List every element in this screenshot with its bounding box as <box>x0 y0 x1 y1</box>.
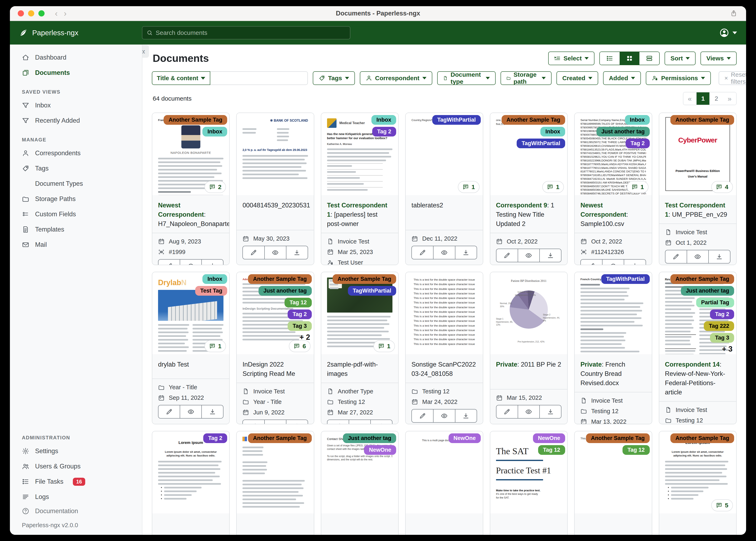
tag-pill[interactable]: Tag 2 <box>372 127 396 137</box>
tag-pill[interactable]: Tag 2 <box>203 433 227 443</box>
tag-pill[interactable]: Another Sample Tag <box>333 274 396 284</box>
document-correspondent[interactable]: Correspondent 14 <box>665 361 720 368</box>
tag-pill[interactable]: NewOne <box>533 433 565 443</box>
document-thumbnail[interactable]: Francja pod rNAPOLEON BONAPARTEAnother S… <box>152 113 229 195</box>
tag-pill[interactable]: Another Sample Tag <box>670 274 734 284</box>
view-document-button[interactable] <box>434 246 455 259</box>
tag-pill[interactable]: Another Sample Tag <box>586 433 650 443</box>
document-card[interactable]: Contact Sheet DemoGiven a set of image f… <box>321 431 399 535</box>
download-document-button[interactable] <box>202 260 223 265</box>
sidebar-item-users-groups[interactable]: Users & Groups <box>10 459 142 474</box>
view-document-button[interactable] <box>434 409 455 422</box>
document-thumbnail[interactable]: CyberPowerPowerPanel® Business EditionUs… <box>659 113 736 195</box>
view-document-button[interactable] <box>518 249 540 262</box>
document-title[interactable]: Correspondent 9: 1 Testing New Title Upd… <box>496 201 561 229</box>
tag-pill[interactable]: Inbox <box>371 115 396 125</box>
document-thumbnail[interactable]: Country,Region/State,"TagWithPartial1 <box>406 113 483 195</box>
document-correspondent[interactable]: Test Correspondent 1 <box>327 202 387 218</box>
sidebar-item-document-types[interactable]: Document Types <box>10 176 142 191</box>
view-document-button[interactable] <box>687 250 709 263</box>
comment-count-badge[interactable]: 1 <box>204 340 226 352</box>
comment-count-badge[interactable]: 1 <box>373 340 395 352</box>
edit-document-button[interactable] <box>243 246 265 259</box>
download-document-button[interactable] <box>371 420 392 424</box>
document-correspondent[interactable]: Private <box>496 361 517 368</box>
document-thumbnail[interactable]: Serial Number,Company Name,Employe978818… <box>575 113 652 195</box>
document-title[interactable]: 2sample-pdf-with-images <box>327 360 392 378</box>
sidebar-item-recently-added[interactable]: Recently Added <box>10 113 142 128</box>
document-title[interactable]: Private: 2011 BP Pie 2 <box>496 360 561 369</box>
tag-pill[interactable]: Tag 12 <box>623 445 650 455</box>
edit-document-button[interactable] <box>412 409 434 422</box>
sidebar-item-documentation[interactable]: Documentation <box>10 504 142 518</box>
tag-pill[interactable]: Another Sample Tag <box>670 115 734 125</box>
tag-pill[interactable]: Test Tag <box>195 286 227 296</box>
document-card[interactable]: Country,Region/State,"TagWithPartial1tab… <box>405 113 483 265</box>
document-card[interactable]: This is a test for the double space char… <box>405 272 483 424</box>
sidebar-item-logs[interactable]: Logs <box>10 489 142 504</box>
app-brand[interactable]: Paperless-ngx <box>19 28 142 37</box>
tag-pill[interactable]: Just another tag <box>259 286 312 296</box>
tag-pill[interactable]: NewOne <box>364 445 396 455</box>
document-thumbnail[interactable]: This is a test for the double space char… <box>406 272 483 354</box>
document-card[interactable]: Lorem ipsumLorem ipsum dolor sit amet, c… <box>659 431 737 535</box>
tag-pill[interactable]: Another Sample Tag <box>502 115 565 125</box>
document-title[interactable]: 0004814539_20230531 <box>242 201 308 210</box>
document-thumbnail[interactable]: Test NameAnother Sample Tag <box>237 431 314 513</box>
view-document-button[interactable] <box>602 260 624 265</box>
comment-count-badge[interactable]: 1 <box>542 181 564 193</box>
tag-pill[interactable]: Just another tag <box>597 127 650 137</box>
tag-pill[interactable]: Tag 3 <box>710 333 734 343</box>
tag-pill[interactable]: Inbox <box>540 127 565 137</box>
document-correspondent[interactable]: Correspondent 9 <box>496 202 547 209</box>
comment-count-badge[interactable]: 6 <box>289 340 311 352</box>
tag-pill[interactable]: Just another tag <box>343 433 396 443</box>
download-document-button[interactable] <box>286 420 308 424</box>
document-thumbnail[interactable]: Lorem ipsumLorem ipsum dolor sit amet, c… <box>659 431 736 513</box>
pagination-page-1[interactable]: 1 <box>697 92 710 105</box>
select-button[interactable]: Select <box>548 52 594 65</box>
document-card[interactable]: DrylabNInboxTest Tag1drylab TestYear - T… <box>152 272 230 424</box>
document-title[interactable]: InDesign 2022 Scripting Read Me <box>242 360 308 378</box>
tag-pill[interactable]: Inbox <box>625 115 650 125</box>
user-menu[interactable] <box>719 28 737 38</box>
sidebar-item-custom-fields[interactable]: Custom Fields <box>10 207 142 222</box>
document-card[interactable]: The SATPractice Test #1Make time to take… <box>490 431 568 535</box>
pagination-prev-button[interactable]: « <box>683 92 697 105</box>
tag-pill[interactable]: Tag 2 <box>288 309 312 319</box>
document-thumbnail[interactable]: Patient BP Distribution 2011Isolated Sys… <box>490 272 567 354</box>
tag-pill[interactable]: TagWithPartial <box>517 139 565 148</box>
document-thumbnail[interactable]: This is a multi page document. Page 1.Ne… <box>406 431 483 513</box>
tag-pill[interactable]: NewOne <box>449 433 481 443</box>
global-search[interactable] <box>142 26 350 39</box>
document-thumbnail[interactable]: French Country BreadTagWithPartial <box>575 272 652 354</box>
document-card[interactable]: CyberPowerPowerPanel® Business EditionUs… <box>659 113 737 265</box>
download-document-button[interactable] <box>540 405 561 418</box>
view-list-toggle[interactable] <box>600 52 620 65</box>
sidebar-item-templates[interactable]: Templates <box>10 222 142 237</box>
pagination-page-2[interactable]: 2 <box>710 92 723 105</box>
document-card[interactable]: Serial Number,Company Name,Employe978818… <box>574 113 652 265</box>
sidebar-item-tags[interactable]: Tags <box>10 161 142 176</box>
sidebar-item-mail[interactable]: Mail <box>10 237 142 253</box>
download-document-button[interactable] <box>540 249 561 262</box>
document-thumbnail[interactable]: DrylabNInboxTest Tag1 <box>152 272 229 354</box>
comment-count-badge[interactable]: 5 <box>711 499 733 511</box>
sidebar-item-dashboard[interactable]: Dashboard <box>10 50 142 65</box>
filter-correspondent-button[interactable]: Correspondent <box>360 71 432 85</box>
document-title[interactable]: tablerates2 <box>411 201 477 210</box>
sidebar-item-inbox[interactable]: Inbox <box>10 98 142 113</box>
tag-pill[interactable]: Just another tag <box>681 286 734 296</box>
document-thumbnail[interactable]: Lorem ipsumLorem ipsum dolor sit amet, c… <box>152 431 229 513</box>
document-card[interactable]: This is a testAnother Sample TagTag 12 <box>574 431 652 535</box>
document-title[interactable]: Test Correspondent 1: UM_PPBE_en_v29 <box>665 201 730 220</box>
comment-count-badge[interactable]: 4 <box>711 181 733 193</box>
document-title[interactable]: Test Correspondent 1: [paperless] test p… <box>327 201 392 229</box>
sidebar-item-settings[interactable]: Settings <box>10 443 142 459</box>
pagination-next-button[interactable]: » <box>723 92 736 105</box>
document-thumbnail[interactable]: Another Sample TagTagWithPartial1 <box>321 272 398 354</box>
tag-pill[interactable]: Partial Tag <box>696 298 734 307</box>
share-icon[interactable] <box>730 10 737 17</box>
document-thumbnail[interactable]: Contact Sheet DemoGiven a set of image f… <box>321 431 398 513</box>
document-thumbnail[interactable]: AdobeInDesign Scripting DocumentationAno… <box>237 272 314 354</box>
